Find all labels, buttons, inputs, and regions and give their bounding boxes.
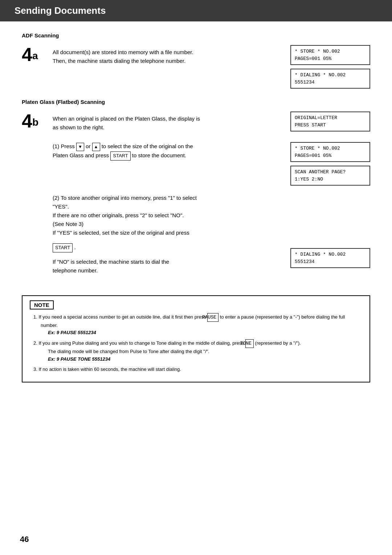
note-2-example: Ex: 9 PAUSE TONE 5551234 — [48, 356, 110, 362]
start-button-1: START — [110, 151, 130, 161]
adf-heading: ADF Scanning — [22, 32, 370, 39]
note-item-2: 2. If you are using Pulse dialing and yo… — [33, 339, 362, 362]
lcd-dialing-platen: * DIALING * NO.002 5551234 — [290, 248, 370, 268]
step-4a-displays: * STORE * NO.002 PAGES=001 05% * DIALING… — [290, 45, 370, 89]
page-wrapper: Sending Documents ADF Scanning 4a All do… — [0, 0, 392, 555]
header-banner: Sending Documents — [0, 0, 392, 21]
step-4b-label: 4b — [22, 112, 45, 130]
sub-step-2-block: (2) To store another original into memor… — [22, 194, 370, 281]
lcd-store-adf: * STORE * NO.002 PAGES=001 05% — [290, 45, 370, 65]
note-item-3: 3. If no action is taken within 60 secon… — [33, 366, 362, 373]
content-area: ADF Scanning 4a All document(s) are stor… — [0, 32, 392, 281]
note-items: 1. If you need a special access number t… — [30, 313, 362, 373]
step-4a-block: 4a All document(s) are stored into memor… — [22, 45, 370, 89]
pause-key: PAUSE — [207, 313, 219, 322]
platen-heading: Platen Glass (Flatbed) Scanning — [22, 99, 370, 105]
note-section: NOTE 1. If you need a special access num… — [22, 295, 370, 382]
start-button-wrapper: START . — [53, 243, 283, 252]
page-number: 46 — [20, 535, 29, 544]
step-4b-display: ORIGINAL=LETTER PRESS START — [290, 112, 370, 131]
sub-step-1-block: (1) Press ▼ or ▲ to select the size of t… — [22, 142, 370, 186]
lcd-scan-another: SCAN ANOTHER PAGE? 1:YES 2:NO — [290, 166, 370, 186]
step-4a-label: 4a — [22, 45, 45, 64]
sub-step-2-displays: * DIALING * NO.002 5551234 — [290, 194, 370, 268]
note-item-1: 1. If you need a special access number t… — [33, 313, 362, 336]
sub-step-2-text: (2) To store another original into memor… — [53, 194, 283, 281]
header-title: Sending Documents — [15, 5, 106, 16]
press-label: Press — [61, 143, 75, 149]
step-4b-text: When an original is placed on the Platen… — [53, 112, 283, 132]
up-arrow-key: ▲ — [92, 143, 100, 151]
sub-step-1-displays: * STORE * NO.002 PAGES=001 05% SCAN ANOT… — [290, 142, 370, 186]
platen-section: Platen Glass (Flatbed) Scanning 4b When … — [22, 99, 370, 281]
step2-para-no: If "NO" is selected, the machine starts … — [53, 258, 283, 275]
lcd-store-platen: * STORE * NO.002 PAGES=001 05% — [290, 142, 370, 162]
lcd-original-letter: ORIGINAL=LETTER PRESS START — [290, 112, 370, 131]
lcd-dialing-adf: * DIALING * NO.002 5551234 — [290, 69, 370, 89]
tone-key: TONE — [245, 339, 254, 348]
note-1-example: Ex: 9 PAUSE 5551234 — [48, 330, 96, 335]
start-button-2: START — [53, 243, 73, 252]
step-4b-block: 4b When an original is placed on the Pla… — [22, 112, 370, 132]
step-4a-text: All document(s) are stored into memory w… — [53, 45, 283, 65]
adf-section: ADF Scanning 4a All document(s) are stor… — [22, 32, 370, 89]
step2-para-1: (2) To store another original into memor… — [53, 194, 283, 237]
down-arrow-key: ▼ — [76, 143, 84, 151]
note-label: NOTE — [30, 300, 54, 309]
sub-step-1-text: (1) Press ▼ or ▲ to select the size of t… — [53, 142, 283, 161]
